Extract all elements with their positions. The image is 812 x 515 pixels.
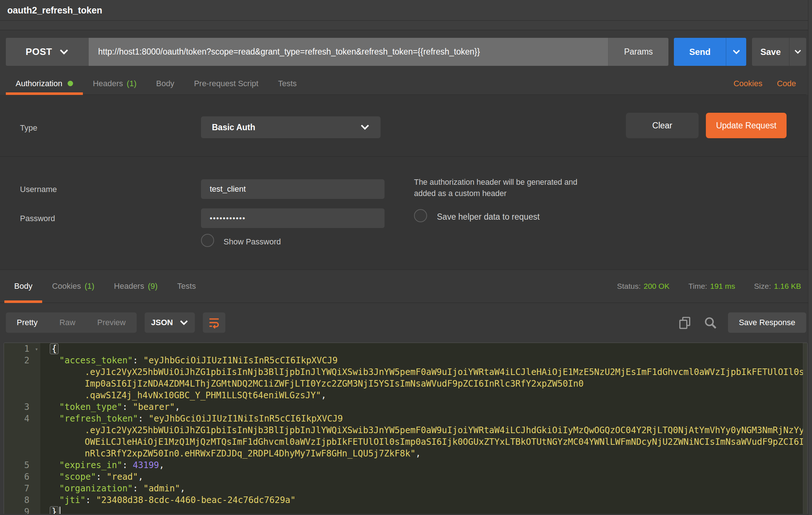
password-field[interactable] bbox=[201, 208, 385, 228]
code-line: 9} bbox=[4, 506, 807, 514]
code-line: 2"access_token": "eyJhbGciOiJIUzI1NiIsIn… bbox=[4, 355, 807, 366]
view-pretty[interactable]: Pretty bbox=[6, 312, 48, 333]
meta-label: Size: bbox=[754, 282, 771, 290]
response-body-editor[interactable]: 1▾{2"access_token": "eyJhbGciOiJIUzI1NiI… bbox=[4, 343, 808, 514]
wrap-text-icon bbox=[208, 316, 220, 329]
line-number bbox=[4, 378, 40, 390]
code-line: 6"scope": "read", bbox=[4, 471, 807, 483]
tab-count-badge: (9) bbox=[148, 282, 158, 291]
response-tabs: BodyCookies(1)Headers(9)Tests Status:200… bbox=[0, 270, 812, 303]
response-view-toggle: PrettyRawPreview bbox=[6, 312, 137, 333]
code-link[interactable]: Code bbox=[777, 79, 796, 88]
request-tabs: AuthorizationHeaders(1)BodyPre-request S… bbox=[6, 72, 806, 95]
code-text: .eyJ1c2VyX25hbWUiOiJhZG1pbiIsInNjb3BlIjp… bbox=[40, 366, 804, 378]
response-tab-cookies[interactable]: Cookies(1) bbox=[42, 270, 104, 303]
fold-toggle-icon[interactable]: ▾ bbox=[35, 343, 38, 355]
code-text: .qawS1Z4j_h4vNx10GBC_Y_PHM1LLSQt64eniWLG… bbox=[40, 390, 326, 401]
code-text: "refresh_token": "eyJhbGciOiJIUzI1NiIsIn… bbox=[40, 413, 343, 424]
code-text: "access_token": "eyJhbGciOiJIUzI1NiIsInR… bbox=[40, 355, 338, 366]
code-line: nRlc3RfY2xpZW50In0.eHRWxFZDJDq_2RDPL4Dhy… bbox=[4, 448, 807, 459]
code-line: .eyJ1c2VyX25hbWUiOiJhZG1pbiIsInNjb3BlIjp… bbox=[4, 366, 807, 378]
response-meta: Status:200 OKTime:191 msSize:1.16 KB bbox=[617, 282, 812, 291]
response-tab-tests[interactable]: Tests bbox=[168, 270, 206, 303]
code-text: { bbox=[40, 343, 59, 355]
tab-headers[interactable]: Headers(1) bbox=[83, 72, 146, 95]
response-tab-body[interactable]: Body bbox=[4, 270, 42, 303]
code-text: "jti": "23408d38-8cdc-4460-beac-24c76dc7… bbox=[40, 494, 296, 506]
response-panel: BodyCookies(1)Headers(9)Tests Status:200… bbox=[0, 270, 812, 514]
auth-helper-note: The authorization header will be generat… bbox=[414, 177, 577, 199]
line-number: 8 bbox=[4, 494, 40, 506]
line-number: 3 bbox=[4, 401, 40, 413]
copy-icon bbox=[678, 316, 692, 330]
save-button-group: Save bbox=[752, 38, 806, 66]
code-line: .qawS1Z4j_h4vNx10GBC_Y_PHM1LLSQt64eniWLG… bbox=[4, 390, 807, 401]
line-number: 7 bbox=[4, 483, 40, 494]
code-line: .eyJ1c2VyX25hbWUiOiJhZG1pbiIsInNjb3BlIjp… bbox=[4, 424, 807, 436]
cookies-link[interactable]: Cookies bbox=[733, 79, 762, 88]
tab-label: Headers bbox=[114, 282, 144, 291]
method-dropdown[interactable]: POST bbox=[6, 38, 89, 66]
request-tabs-links: Cookies Code bbox=[733, 72, 806, 95]
tab-label: Cookies bbox=[52, 282, 81, 291]
tab-count-badge: (1) bbox=[85, 282, 95, 291]
method-value: POST bbox=[26, 46, 52, 57]
line-number: 4 bbox=[4, 413, 40, 424]
authorization-panel: Type Basic Auth Clear Update Request Use… bbox=[0, 95, 812, 270]
line-number: 5 bbox=[4, 459, 40, 471]
code-text: nRlc3RfY2xpZW50In0.eHRWxFZDJDq_2RDPL4Dhy… bbox=[40, 448, 421, 459]
active-indicator-dot bbox=[68, 81, 73, 86]
line-number: 2 bbox=[4, 355, 40, 366]
url-input[interactable] bbox=[89, 38, 608, 66]
window-right-edge bbox=[808, 0, 812, 515]
save-button[interactable]: Save bbox=[752, 38, 789, 66]
tab-authorization[interactable]: Authorization bbox=[6, 72, 83, 95]
tab-label: Tests bbox=[278, 79, 297, 88]
save-helper-radio[interactable] bbox=[414, 209, 427, 222]
tab-label: Body bbox=[14, 282, 32, 291]
wrap-text-button[interactable] bbox=[203, 312, 225, 333]
request-url-row: POST Params Send Save bbox=[6, 38, 806, 66]
clear-button[interactable]: Clear bbox=[626, 113, 699, 138]
code-scrollbar[interactable] bbox=[803, 343, 807, 514]
code-line: OWEiLCJleHAiOjE1MzQ1MjQzMTQsImF1dGhvcml0… bbox=[4, 436, 807, 448]
tab-body[interactable]: Body bbox=[146, 72, 184, 95]
save-options-button[interactable] bbox=[789, 38, 806, 66]
response-tab-headers[interactable]: Headers(9) bbox=[104, 270, 168, 303]
tab-label: Pre-request Script bbox=[194, 79, 258, 88]
tab-label: Body bbox=[156, 79, 174, 88]
tab-tests[interactable]: Tests bbox=[268, 72, 306, 95]
code-line: 1▾{ bbox=[4, 343, 807, 355]
line-number bbox=[4, 436, 40, 448]
auth-type-dropdown[interactable]: Basic Auth bbox=[201, 116, 381, 138]
code-text: Imp0aSI6IjIzNDA4ZDM4LThjZGMtNDQ2MC1iZWFj… bbox=[40, 378, 584, 390]
code-line: 4"refresh_token": "eyJhbGciOiJIUzI1NiIsI… bbox=[4, 413, 807, 424]
send-options-button[interactable] bbox=[726, 38, 746, 66]
show-password-radio[interactable] bbox=[201, 234, 214, 247]
code-text: OWEiLCJleHAiOjE1MzQ1MjQzMTQsImF1dGhvcml0… bbox=[40, 436, 804, 448]
save-response-button[interactable]: Save Response bbox=[728, 312, 806, 333]
request-title-bar: oauth2_refresh_token bbox=[0, 0, 812, 21]
copy-response-button[interactable] bbox=[677, 315, 692, 330]
send-button[interactable]: Send bbox=[674, 38, 726, 66]
update-request-button[interactable]: Update Request bbox=[706, 113, 787, 138]
params-button[interactable]: Params bbox=[608, 38, 668, 66]
request-tabs-list: AuthorizationHeaders(1)BodyPre-request S… bbox=[6, 72, 306, 95]
show-password-label: Show Password bbox=[224, 237, 281, 247]
response-time: Time:191 ms bbox=[688, 282, 735, 291]
view-raw[interactable]: Raw bbox=[48, 312, 86, 333]
username-field[interactable] bbox=[201, 179, 385, 199]
tab-label: Headers bbox=[93, 79, 123, 88]
search-response-button[interactable] bbox=[703, 315, 718, 330]
line-number: 1▾ bbox=[4, 343, 40, 355]
code-line: 3"token_type": "bearer", bbox=[4, 401, 807, 413]
tab-pre-request-script[interactable]: Pre-request Script bbox=[184, 72, 268, 95]
auth-type-value: Basic Auth bbox=[212, 123, 360, 132]
response-status: Status:200 OK bbox=[617, 282, 670, 291]
view-preview[interactable]: Preview bbox=[86, 312, 136, 333]
format-value: JSON bbox=[151, 318, 173, 327]
send-button-group: Send bbox=[674, 38, 746, 66]
response-toolbar-right: Save Response bbox=[677, 312, 806, 333]
format-dropdown[interactable]: JSON bbox=[145, 312, 195, 333]
chevron-down-icon bbox=[732, 49, 740, 55]
